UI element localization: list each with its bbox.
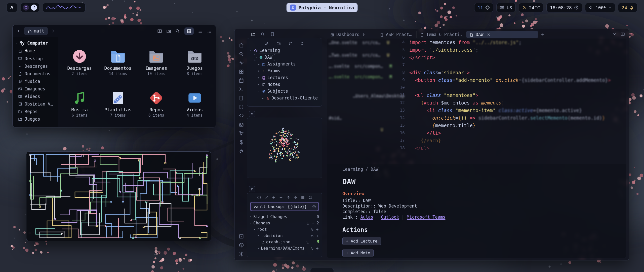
link-microsoft-teams[interactable]: Microsoft Teams — [407, 215, 446, 220]
pencil-icon[interactable] — [265, 41, 269, 46]
wrench-icon[interactable] — [239, 148, 244, 154]
chevron-icon[interactable]: ▾ — [258, 247, 261, 250]
link-aulas[interactable]: Aulas — [360, 215, 373, 220]
waveform-widget[interactable] — [43, 3, 86, 12]
git-list-icon[interactable] — [301, 195, 305, 199]
calendar-icon[interactable] — [239, 78, 244, 83]
folder-videos[interactable]: Videos4 items — [176, 83, 214, 124]
git-row-changes[interactable]: ▾Changes2 — [247, 220, 322, 226]
chevron-icon[interactable]: ▾ — [250, 49, 253, 52]
sidebar-item-repos[interactable]: Repos — [13, 108, 58, 115]
breadcrumb[interactable]: matt — [24, 27, 48, 35]
git-check-icon[interactable] — [264, 195, 268, 199]
git-minus-icon[interactable] — [279, 195, 283, 199]
folder-documentos[interactable]: Documentos14 items — [99, 41, 137, 83]
folder-musica[interactable]: Musica6 items — [60, 83, 99, 124]
tab-daw[interactable]: DAW — [466, 31, 538, 38]
close-icon[interactable] — [487, 33, 491, 37]
tree-item-subjects[interactable]: ▾Subjects — [247, 88, 322, 95]
sidebar-item-desktop[interactable]: Desktop — [13, 55, 58, 62]
git-plus-icon[interactable] — [272, 195, 276, 199]
link-outlook[interactable]: Outlook — [381, 215, 399, 220]
graph-pane-icon[interactable] — [249, 111, 255, 117]
tree-item-exams[interactable]: ▸Exams — [247, 67, 322, 74]
chevron-icon[interactable]: ▾ — [255, 56, 259, 59]
new-pane-icon[interactable] — [157, 29, 162, 33]
plus-icon[interactable] — [311, 221, 315, 225]
chevron-icon[interactable]: ▾ — [250, 215, 253, 218]
graphic-icon[interactable] — [239, 131, 244, 136]
indicator-notifications[interactable]: 24 — [618, 3, 637, 12]
sort-icon[interactable] — [288, 41, 293, 46]
sidebar-item-home[interactable]: Home — [13, 47, 58, 55]
folder-plantillas[interactable]: Plantillas7 items — [99, 83, 137, 124]
back-icon[interactable] — [17, 29, 21, 33]
dice-icon[interactable] — [239, 69, 244, 74]
sidebar-item-videos[interactable]: Videos — [13, 93, 58, 100]
sidebar-item-descargas[interactable]: Descargas — [13, 62, 58, 70]
dollar-icon[interactable] — [239, 140, 244, 145]
notes-icon[interactable] — [31, 5, 37, 11]
chevron-icon[interactable]: ▸ — [258, 76, 261, 79]
git-row-root[interactable]: ▾root — [247, 226, 322, 232]
indicator-volume[interactable]: 100% — [585, 3, 615, 12]
indicator-workspaces[interactable]: 11 — [474, 3, 494, 12]
undo-icon[interactable] — [310, 246, 314, 250]
launcher-button[interactable]: Λ — [7, 3, 17, 12]
grid-view-icon[interactable] — [184, 27, 194, 35]
git-upload-icon[interactable] — [286, 195, 290, 199]
tab-tema-6-pr-cticas-[interactable]: Tema 6 Prácticas -… — [416, 31, 466, 38]
undo-icon[interactable] — [310, 234, 314, 237]
tab-asp-practice-6[interactable]: ASP Practice 6 — [376, 31, 416, 38]
clear-icon[interactable] — [312, 205, 316, 209]
chevron-icon[interactable]: ▸ — [258, 62, 261, 66]
dock-handle[interactable] — [310, 268, 334, 272]
book-icon[interactable] — [239, 95, 244, 101]
indicator-weather[interactable]: 24°C — [519, 3, 543, 12]
plus-icon[interactable] — [311, 240, 315, 244]
tree-item-learning[interactable]: ▾Learning — [247, 47, 322, 54]
note-pane[interactable]: Learning / DAW DAW Overview Title:: DAWD… — [327, 164, 626, 258]
git-row-staged-changes[interactable]: ▾Staged Changes0 — [247, 214, 322, 220]
plus-icon[interactable] — [316, 234, 319, 237]
plus-icon[interactable] — [316, 227, 319, 231]
indicator-clock[interactable]: 18:08:28 — [546, 3, 582, 12]
undo-icon[interactable] — [310, 227, 314, 231]
sidebar-item-imagenes[interactable]: Imagenes — [13, 85, 58, 93]
collapse-icon[interactable] — [300, 41, 304, 46]
split-icon[interactable] — [621, 32, 625, 36]
folder-pane-icon[interactable] — [251, 32, 256, 37]
bookmark-pane-icon[interactable] — [270, 32, 275, 37]
plus-icon[interactable] — [316, 246, 319, 250]
search-icon[interactable] — [239, 51, 244, 57]
chevron-icon[interactable]: ▾ — [250, 222, 253, 224]
git-row-graph-json[interactable]: graph.jsonM — [247, 239, 322, 245]
search-pane-icon[interactable] — [261, 32, 265, 37]
button--add-lecture[interactable]: + Add Lecture — [342, 237, 381, 245]
code-pane[interactable]: …One.svelte src/co…U…Two.svelte src/co…U… — [327, 39, 626, 164]
button--add-note[interactable]: + Add Note — [342, 249, 374, 257]
folder-juegos[interactable]: Juegos8 items — [176, 41, 214, 83]
chevron-icon[interactable]: ▾ — [258, 234, 261, 237]
undo-icon[interactable] — [306, 221, 309, 225]
git-circledot-icon[interactable] — [257, 195, 261, 199]
minus-icon[interactable] — [311, 215, 315, 219]
git-refresh-icon[interactable] — [308, 195, 312, 199]
commit-message-input[interactable] — [253, 204, 310, 209]
git-pane-icon[interactable] — [249, 186, 255, 192]
sync-icon[interactable] — [23, 5, 29, 11]
forward-icon[interactable] — [51, 29, 55, 33]
tree-item-daw[interactable]: ▾DAW — [247, 54, 322, 61]
home-icon[interactable] — [239, 43, 244, 48]
new-folder-icon[interactable] — [166, 29, 171, 33]
gear-icon[interactable] — [239, 251, 244, 257]
list-view-icon[interactable] — [198, 29, 203, 33]
chevron-icon[interactable]: ▸ — [258, 69, 261, 73]
undo-icon[interactable] — [306, 240, 309, 244]
git-row-learning-daw-exams[interactable]: ▾Learning/DAW/Exams — [247, 245, 322, 251]
brackets-icon[interactable] — [239, 104, 244, 110]
search-icon[interactable] — [175, 29, 180, 33]
git-downloadic-icon[interactable] — [294, 195, 298, 199]
sidebar-item-musica[interactable]: Musica — [13, 78, 58, 85]
chevron-icon[interactable]: ▸ — [258, 83, 261, 86]
